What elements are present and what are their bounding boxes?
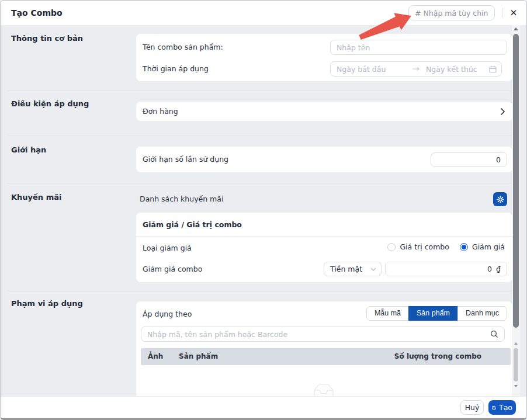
create-button-label: Tạo [499, 403, 512, 412]
dialog-title: Tạo Combo [11, 1, 63, 25]
section-label-promotion: Khuyến mãi [11, 193, 61, 202]
tab-model[interactable]: Mẫu mã [366, 306, 409, 321]
promotion-list-label: Danh sách khuyến mãi [140, 195, 223, 204]
discount-card-title: Giảm giá / Giá trị combo [143, 220, 242, 229]
inner-scrollbar-up-arrow-icon[interactable] [514, 342, 518, 345]
usage-limit-input[interactable] [431, 152, 507, 167]
apply-by-segmented-control: Mẫu mã Sản phẩm Danh mục [366, 306, 507, 321]
date-range-input[interactable]: Ngày bắt đầu Ngày kết thúc [330, 61, 502, 77]
create-combo-dialog: Tạo Combo ✕ Thông tin cơ bản Tên combo s… [0, 0, 527, 420]
cancel-button[interactable]: Huỷ [460, 400, 484, 415]
dialog-footer: Huỷ Tạo [1, 396, 526, 418]
inner-scrollbar-down-arrow-icon[interactable] [514, 385, 518, 387]
combo-name-label: Tên combo sản phẩm: [143, 43, 223, 51]
dialog-header: Tạo Combo ✕ [1, 1, 526, 26]
create-button[interactable]: Tạo [488, 400, 516, 415]
inner-scrollbar-thumb[interactable] [514, 348, 518, 381]
currency-symbol: ₫ [496, 265, 501, 273]
section-label-basic-info: Thông tin cơ bản [11, 34, 83, 43]
product-table-header: Ảnh Sản phẩm Số lượng trong combo [141, 348, 511, 365]
chevron-down-icon [370, 268, 376, 271]
section-divider [8, 183, 517, 183]
col-header-product: Sản phẩm [179, 348, 218, 365]
date-range-arrow-icon [412, 67, 420, 71]
discount-type-label: Loại giảm giá [143, 244, 192, 252]
combo-discount-label: Giảm giá combo [143, 265, 202, 273]
limit-card: Giới hạn số lần sử dụng [136, 147, 512, 172]
product-search-input[interactable] [147, 330, 490, 339]
tab-product[interactable]: Sản phẩm [408, 306, 458, 321]
chevron-right-icon [500, 107, 505, 116]
dialog-body: Thông tin cơ bản Tên combo sản phẩm: Thờ… [1, 25, 526, 397]
radio-discount[interactable]: Giảm giá [460, 242, 505, 251]
end-date-placeholder[interactable]: Ngày kết thúc [426, 65, 489, 74]
start-date-placeholder[interactable]: Ngày bắt đầu [337, 65, 412, 74]
scrollbar-up-arrow-icon[interactable] [514, 27, 518, 30]
promotion-settings-button[interactable] [493, 192, 507, 206]
section-label-scope: Phạm vi áp dụng [11, 299, 83, 308]
calendar-icon[interactable] [489, 65, 497, 73]
header-divider [502, 8, 502, 18]
discount-amount-value: 0 [487, 265, 492, 273]
section-divider [8, 291, 517, 291]
discount-unit-value: Tiền mặt [330, 265, 362, 273]
search-icon[interactable] [490, 330, 498, 338]
col-header-image: Ảnh [148, 348, 163, 365]
discount-unit-select[interactable]: Tiền mặt [324, 262, 382, 276]
section-divider [8, 135, 517, 136]
empty-box-icon [312, 383, 335, 397]
scrollbar [512, 25, 520, 397]
order-condition-label: Đơn hàng [143, 102, 178, 121]
save-icon [492, 404, 496, 411]
radio-combo-value-label: Giá trị combo [400, 242, 449, 251]
apply-by-label: Áp dụng theo [143, 310, 192, 318]
apply-time-label: Thời gian áp dụng [143, 64, 209, 73]
card-divider [136, 236, 512, 237]
custom-code-input[interactable] [408, 5, 495, 20]
discount-amount-input[interactable]: 0 ₫ [385, 262, 507, 276]
usage-limit-label: Giới hạn số lần sử dụng [143, 147, 228, 172]
radio-circle-selected-icon [460, 243, 468, 251]
section-divider [8, 91, 517, 91]
close-icon[interactable]: ✕ [507, 6, 521, 20]
combo-name-input[interactable] [330, 40, 507, 55]
radio-combo-value[interactable]: Giá trị combo [387, 242, 449, 251]
annotation-arrow-icon [354, 11, 415, 41]
section-label-limit: Giới hạn [11, 145, 46, 154]
discount-type-radio-group: Giá trị combo Giảm giá [387, 242, 505, 251]
radio-circle-icon [387, 243, 396, 251]
product-search-box [141, 327, 505, 342]
order-condition-row[interactable]: Đơn hàng [136, 102, 512, 121]
scrollbar-thumb[interactable] [513, 34, 519, 328]
basic-info-card: Tên combo sản phẩm: Thời gian áp dụng Ng… [136, 34, 512, 81]
scope-card: Áp dụng theo Mẫu mã Sản phẩm Danh mục Ản… [136, 301, 512, 397]
discount-card: Giảm giá / Giá trị combo Loại giảm giá G… [136, 213, 512, 282]
tab-category[interactable]: Danh mục [457, 306, 507, 321]
section-label-conditions: Điều kiện áp dụng [11, 99, 89, 108]
radio-discount-label: Giảm giá [472, 242, 505, 251]
gear-icon [497, 196, 504, 203]
col-header-quantity: Số lượng trong combo [394, 348, 481, 365]
